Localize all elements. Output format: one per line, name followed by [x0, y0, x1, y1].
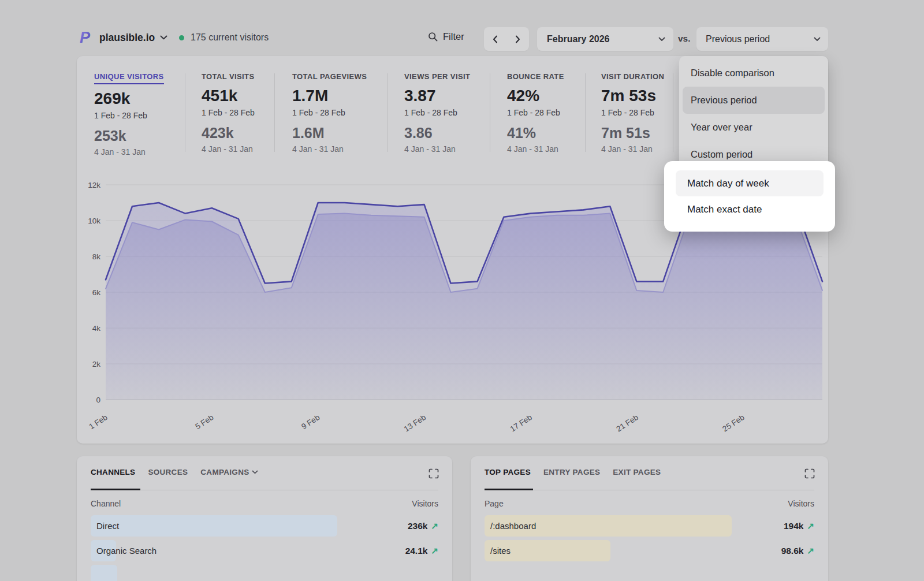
chevron-down-icon: [658, 37, 665, 42]
list-item[interactable]: /sites 98.6k ↗: [485, 540, 814, 561]
plausible-logo-icon: P: [79, 29, 94, 46]
date-range-label: February 2026: [547, 34, 610, 44]
trend-up-icon: ↗: [431, 521, 438, 531]
col-header-page: Page: [485, 499, 504, 508]
list-item[interactable]: /:dashboard 194k ↗: [485, 515, 814, 537]
expand-panel-button[interactable]: [804, 468, 815, 482]
svg-text:0: 0: [96, 396, 100, 404]
comparison-dropdown-button[interactable]: Previous period: [696, 27, 828, 51]
plausible-dashboard: { "header": { "site_name": "plausible.io…: [0, 0, 924, 581]
svg-text:21 Feb: 21 Feb: [614, 413, 639, 433]
svg-text:8k: 8k: [92, 252, 101, 261]
list-item-partial: [91, 565, 438, 581]
tab-campaigns-label: CAMPAIGNS: [200, 468, 249, 476]
live-dot-icon: [179, 35, 184, 40]
tab-entry-pages[interactable]: ENTRY PAGES: [543, 468, 600, 476]
search-icon: [428, 32, 438, 42]
current-visitors-label: 175 current visitors: [191, 32, 269, 43]
column-headers: Channel Visitors: [91, 499, 438, 508]
submenu-item-match-exact-date[interactable]: Match exact date: [676, 196, 824, 222]
chevron-down-icon: [814, 37, 821, 42]
next-date-button[interactable]: [506, 27, 529, 51]
expand-panel-button[interactable]: [428, 468, 439, 482]
pages-list: /:dashboard 194k ↗ /sites 98.6k ↗: [485, 515, 814, 565]
filter-label: Filter: [443, 31, 464, 42]
pages-tabs: TOP PAGES ENTRY PAGES EXIT PAGES: [485, 468, 814, 476]
vs-label: vs.: [678, 33, 691, 44]
value-bar: [91, 565, 117, 581]
chevron-right-icon: [515, 35, 520, 43]
active-tab-underline: [91, 489, 140, 490]
tab-sources[interactable]: SOURCES: [148, 468, 188, 476]
fullscreen-icon: [428, 468, 439, 479]
col-header-channel: Channel: [91, 499, 121, 508]
svg-text:5 Feb: 5 Feb: [193, 413, 215, 431]
svg-text:P: P: [80, 29, 91, 46]
list-item[interactable]: Direct 236k ↗: [91, 515, 438, 537]
trend-up-icon: ↗: [431, 546, 438, 556]
date-nav-group: [484, 27, 529, 51]
comparison-label: Previous period: [706, 34, 770, 44]
svg-text:1 Feb: 1 Feb: [88, 413, 109, 431]
fullscreen-icon: [804, 468, 815, 479]
tab-channels[interactable]: CHANNELS: [91, 468, 135, 476]
column-headers: Page Visitors: [485, 499, 814, 508]
row-value: 98.6k: [781, 546, 804, 556]
chevron-left-icon: [493, 35, 498, 43]
prev-date-button[interactable]: [484, 27, 506, 51]
date-range-button[interactable]: February 2026: [537, 27, 673, 51]
svg-text:10k: 10k: [88, 217, 100, 225]
row-name: /sites: [490, 546, 511, 556]
svg-text:9 Feb: 9 Feb: [300, 413, 321, 431]
submenu-item-match-day-of-week[interactable]: Match day of week: [676, 170, 824, 196]
svg-text:6k: 6k: [92, 288, 101, 297]
filter-button[interactable]: Filter: [428, 31, 464, 42]
row-value: 194k: [784, 521, 803, 531]
value-bar: [91, 515, 337, 537]
channels-panel: CHANNELS SOURCES CAMPAIGNS Channel Visit…: [77, 456, 452, 581]
tab-exit-pages[interactable]: EXIT PAGES: [613, 468, 661, 476]
tab-top-pages[interactable]: TOP PAGES: [485, 468, 531, 476]
row-name: /:dashboard: [490, 521, 536, 531]
channels-list: Direct 236k ↗ Organic Search 24.1k ↗: [91, 515, 438, 581]
site-name: plausible.io: [99, 32, 155, 44]
trend-up-icon: ↗: [807, 521, 814, 531]
active-tab-underline: [485, 489, 533, 490]
menu-item-disable-comparison[interactable]: Disable comparison: [683, 59, 825, 87]
svg-text:12k: 12k: [88, 181, 100, 189]
trend-up-icon: ↗: [807, 546, 814, 556]
row-value: 24.1k: [405, 546, 428, 556]
row-name: Organic Search: [96, 546, 157, 556]
list-item[interactable]: Organic Search 24.1k ↗: [91, 540, 438, 561]
pages-panel: TOP PAGES ENTRY PAGES EXIT PAGES Page Vi…: [471, 456, 828, 581]
comparison-menu: Disable comparison Previous period Year …: [679, 56, 828, 173]
svg-text:25 Feb: 25 Feb: [721, 413, 746, 433]
divider: [485, 490, 814, 490]
svg-text:17 Feb: 17 Feb: [509, 413, 534, 433]
channels-tabs: CHANNELS SOURCES CAMPAIGNS: [91, 468, 438, 476]
current-visitors[interactable]: 175 current visitors: [179, 32, 269, 43]
comparison-match-submenu: Match day of week Match exact date: [664, 161, 835, 232]
chevron-down-icon: [252, 470, 258, 474]
menu-item-previous-period[interactable]: Previous period: [683, 87, 825, 114]
svg-text:13 Feb: 13 Feb: [403, 413, 427, 433]
row-name: Direct: [96, 521, 119, 531]
svg-text:2k: 2k: [92, 360, 101, 368]
col-header-visitors: Visitors: [788, 499, 814, 508]
tab-campaigns[interactable]: CAMPAIGNS: [200, 468, 258, 476]
chevron-down-icon: [160, 35, 167, 40]
site-picker[interactable]: P plausible.io: [79, 29, 167, 46]
svg-text:4k: 4k: [92, 324, 101, 333]
col-header-visitors: Visitors: [412, 499, 438, 508]
menu-item-year-over-year[interactable]: Year over year: [683, 114, 825, 141]
divider: [91, 490, 438, 490]
row-value: 236k: [408, 521, 427, 531]
